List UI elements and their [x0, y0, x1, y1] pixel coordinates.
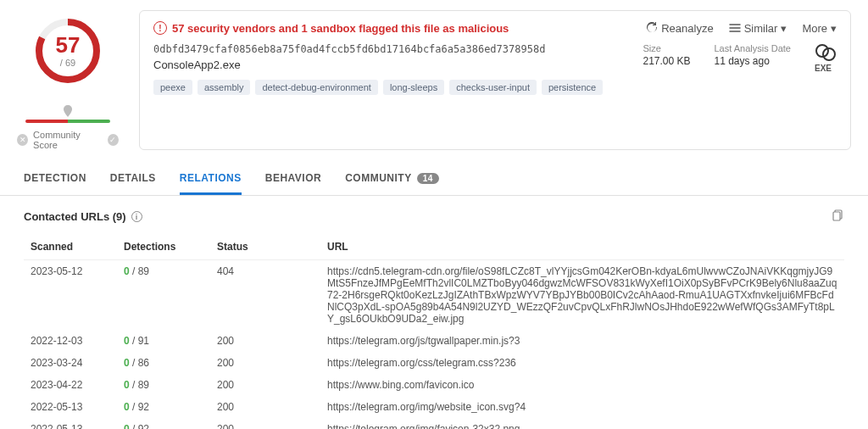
- section-title: Contacted URLs (9): [24, 210, 126, 223]
- cell-url: https://telegram.org/js/tgwallpaper.min.…: [320, 330, 844, 352]
- date-label: Last Analysis Date: [715, 43, 792, 53]
- community-score-label: Community Score: [33, 130, 103, 150]
- cell-url: https://telegram.org/img/favicon-32x32.p…: [320, 418, 844, 429]
- cell-scanned: 2023-05-12: [24, 260, 117, 331]
- col-status: Status: [210, 234, 320, 260]
- malicious-alert: ! 57 security vendors and 1 sandbox flag…: [153, 21, 509, 35]
- size-label: Size: [643, 43, 690, 53]
- file-tag[interactable]: checks-user-input: [449, 80, 537, 95]
- file-tag[interactable]: detect-debug-environment: [255, 80, 377, 95]
- score-value: 57: [56, 34, 81, 56]
- chevron-down-icon: ▾: [831, 22, 837, 35]
- copy-icon[interactable]: [832, 209, 844, 224]
- file-name: ConsoleApp2.exe: [153, 58, 603, 71]
- tab-details[interactable]: DETAILS: [110, 165, 156, 195]
- date-value: 11 days ago: [715, 55, 792, 67]
- cell-url: https://www.bing.com/favicon.ico: [320, 374, 844, 396]
- table-row[interactable]: 2023-05-120 / 89404https://cdn5.telegram…: [24, 260, 844, 331]
- file-hash: 0dbfd3479cfaf0856eb8a75f0ad4fccb5fd6bd17…: [153, 43, 603, 55]
- cell-scanned: 2022-05-13: [24, 396, 117, 418]
- table-row[interactable]: 2022-12-030 / 91200https://telegram.org/…: [24, 330, 844, 352]
- cell-status: 200: [210, 396, 320, 418]
- svg-rect-5: [833, 212, 840, 220]
- cell-detections: 0 / 89: [117, 374, 210, 396]
- table-row[interactable]: 2023-03-240 / 86200https://telegram.org/…: [24, 352, 844, 374]
- reanalyze-button[interactable]: Reanalyze: [646, 22, 713, 35]
- table-row[interactable]: 2022-05-130 / 92200https://telegram.org/…: [24, 418, 844, 429]
- tab-behavior[interactable]: BEHAVIOR: [265, 165, 321, 195]
- cell-scanned: 2022-05-13: [24, 418, 117, 429]
- cell-scanned: 2023-03-24: [24, 352, 117, 374]
- file-type-icon: EXE: [815, 43, 837, 73]
- table-row[interactable]: 2022-05-130 / 92200https://telegram.org/…: [24, 396, 844, 418]
- cell-detections: 0 / 92: [117, 396, 210, 418]
- more-button[interactable]: More ▾: [802, 22, 837, 35]
- contacted-urls-table: Scanned Detections Status URL 2023-05-12…: [24, 234, 844, 429]
- cell-url: https://telegram.org/css/telegram.css?23…: [320, 352, 844, 374]
- info-icon[interactable]: i: [131, 211, 142, 222]
- score-panel: 57 / 69 ✕ Community Score ✓: [17, 10, 119, 150]
- tab-community[interactable]: COMMUNITY 14: [345, 165, 439, 195]
- check-chip-icon[interactable]: ✓: [108, 134, 119, 146]
- cell-status: 404: [210, 260, 320, 331]
- file-tags: peexeassemblydetect-debug-environmentlon…: [153, 80, 603, 95]
- alert-icon: !: [153, 21, 167, 35]
- chevron-down-icon: ▾: [781, 22, 787, 35]
- col-detections: Detections: [117, 234, 210, 260]
- table-row[interactable]: 2023-04-220 / 89200https://www.bing.com/…: [24, 374, 844, 396]
- cell-detections: 0 / 92: [117, 418, 210, 429]
- score-total: / 69: [60, 58, 75, 68]
- alert-text: 57 security vendors and 1 sandbox flagge…: [172, 22, 509, 35]
- cell-url: https://cdn5.telegram-cdn.org/file/oS98f…: [320, 260, 844, 331]
- svg-point-3: [823, 48, 835, 60]
- tab-relations[interactable]: RELATIONS: [180, 165, 242, 195]
- file-tag[interactable]: assembly: [198, 80, 250, 95]
- file-tag[interactable]: long-sleeps: [383, 80, 444, 95]
- refresh-icon: [646, 22, 658, 34]
- size-value: 217.00 KB: [643, 55, 690, 67]
- cell-status: 200: [210, 352, 320, 374]
- file-tag[interactable]: peexe: [153, 80, 192, 95]
- cell-scanned: 2022-12-03: [24, 330, 117, 352]
- cell-status: 200: [210, 374, 320, 396]
- cell-detections: 0 / 89: [117, 260, 210, 331]
- similar-button[interactable]: Similar ▾: [729, 22, 787, 35]
- cell-detections: 0 / 86: [117, 352, 210, 374]
- file-tag[interactable]: persistence: [542, 80, 603, 95]
- table-body: 2023-05-120 / 89404https://cdn5.telegram…: [24, 260, 844, 430]
- tabs: DETECTION DETAILS RELATIONS BEHAVIOR COM…: [0, 150, 868, 196]
- cell-scanned: 2023-04-22: [24, 374, 117, 396]
- tab-detection[interactable]: DETECTION: [24, 165, 86, 195]
- cell-detections: 0 / 91: [117, 330, 210, 352]
- cell-status: 200: [210, 418, 320, 429]
- col-url: URL: [320, 234, 844, 260]
- community-count-badge: 14: [417, 173, 439, 184]
- similar-icon: [729, 22, 741, 34]
- cell-status: 200: [210, 330, 320, 352]
- pin-icon: [63, 105, 73, 120]
- community-score: ✕ Community Score ✓: [17, 105, 119, 150]
- score-gauge: 57 / 69: [34, 17, 102, 85]
- close-chip-icon[interactable]: ✕: [17, 134, 28, 146]
- main-panel: ! 57 security vendors and 1 sandbox flag…: [139, 10, 851, 150]
- col-scanned: Scanned: [24, 234, 117, 260]
- cell-url: https://telegram.org/img/website_icon.sv…: [320, 396, 844, 418]
- svg-point-2: [816, 45, 828, 57]
